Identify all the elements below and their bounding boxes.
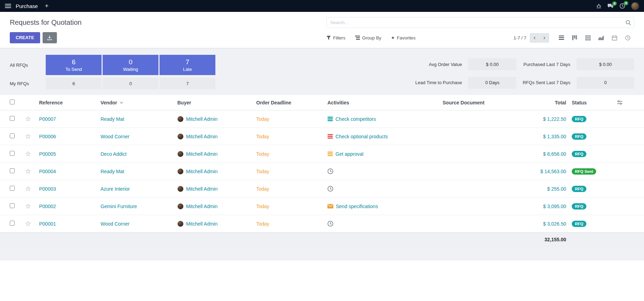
create-button[interactable]: CREATE — [10, 32, 40, 43]
favorite-star-icon[interactable]: ☆ — [25, 185, 31, 192]
reference-link[interactable]: P00003 — [39, 186, 56, 192]
activity-cell[interactable]: Get approval — [327, 151, 437, 157]
control-panel: Requests for Quotation CREATE Filters — [0, 12, 644, 48]
schedule-activity-clock-icon — [327, 168, 333, 174]
activity-cell[interactable]: Check competitors — [327, 116, 437, 122]
filters-button[interactable]: Filters — [326, 35, 345, 41]
header-vendor[interactable]: Vendor — [98, 95, 175, 110]
favorites-button[interactable]: ★ Favorites — [391, 35, 415, 41]
header-total[interactable]: Total — [506, 95, 569, 110]
calendar-view-icon[interactable] — [608, 32, 621, 43]
stat-value: 0 Days — [468, 77, 516, 89]
graph-view-icon[interactable] — [594, 32, 608, 43]
my-kpi-waiting[interactable]: 0 — [103, 78, 158, 89]
pager-previous-button[interactable]: ‹ — [530, 33, 539, 43]
search-input[interactable] — [326, 17, 634, 28]
messages-icon[interactable]: 5 — [607, 3, 614, 9]
activity-cell[interactable]: Send specifications — [327, 204, 437, 209]
row-checkbox[interactable] — [10, 221, 15, 226]
activity-cell[interactable] — [327, 221, 437, 227]
header-reference[interactable]: Reference — [36, 95, 98, 110]
user-avatar[interactable] — [631, 2, 639, 10]
export-button[interactable] — [43, 32, 57, 43]
header-source-document[interactable]: Source Document — [440, 95, 506, 110]
table-row[interactable]: ☆ P00007 Ready Mat Mitchell Admin Today … — [0, 110, 644, 128]
buyer-link[interactable]: Mitchell Admin — [186, 204, 217, 209]
favorite-star-icon[interactable]: ☆ — [25, 168, 31, 175]
activity-view-icon[interactable] — [621, 32, 634, 43]
debug-bug-icon[interactable] — [596, 3, 601, 9]
favorites-star-icon: ★ — [391, 35, 395, 40]
all-rfqs-label: All RFQs — [10, 63, 45, 68]
vendor-link[interactable]: Ready Mat — [101, 169, 124, 174]
table-row[interactable]: ☆ P00004 Ready Mat Mitchell Admin Today … — [0, 163, 644, 180]
row-checkbox[interactable] — [10, 116, 15, 121]
kpi-waiting[interactable]: 0 Waiting — [103, 55, 158, 75]
header-status[interactable]: Status — [569, 95, 614, 110]
my-kpi-late[interactable]: 7 — [160, 78, 215, 89]
pager-next-button[interactable]: › — [540, 33, 549, 43]
vendor-link[interactable]: Gemini Furniture — [101, 204, 137, 209]
buyer-link[interactable]: Mitchell Admin — [186, 186, 217, 192]
row-checkbox[interactable] — [10, 168, 15, 173]
row-checkbox[interactable] — [10, 133, 15, 138]
kpi-to-send[interactable]: 6 To Send — [46, 55, 102, 75]
vendor-link[interactable]: Wood Corner — [101, 221, 129, 227]
table-row[interactable]: ☆ P00001 Wood Corner Mitchell Admin Toda… — [0, 215, 644, 233]
table-row[interactable]: ☆ P00006 Wood Corner Mitchell Admin Toda… — [0, 128, 644, 145]
kpi-late[interactable]: 7 Late — [160, 55, 215, 75]
favorite-star-icon[interactable]: ☆ — [25, 115, 31, 123]
favorite-star-icon[interactable]: ☆ — [25, 150, 31, 157]
buyer-link[interactable]: Mitchell Admin — [186, 134, 217, 139]
buyer-link[interactable]: Mitchell Admin — [186, 116, 217, 122]
pivot-view-icon[interactable] — [581, 32, 594, 43]
stat-label: Avg Order Value — [415, 62, 462, 67]
kpi-count: 0 — [129, 58, 133, 66]
reference-link[interactable]: P00005 — [39, 151, 56, 157]
reference-link[interactable]: P00006 — [39, 134, 56, 139]
header-activities[interactable]: Activities — [325, 95, 440, 110]
activities-clock-icon[interactable]: 0 — [620, 3, 625, 9]
app-name[interactable]: Purchase — [16, 3, 38, 9]
vendor-link[interactable]: Wood Corner — [101, 134, 129, 139]
table-row[interactable]: ☆ P00005 Deco Addict Mitchell Admin Toda… — [0, 145, 644, 163]
list-view-icon[interactable] — [555, 32, 568, 43]
favorite-star-icon[interactable]: ☆ — [25, 220, 31, 227]
favorite-star-icon[interactable]: ☆ — [25, 203, 31, 210]
kanban-view-icon[interactable] — [568, 32, 581, 43]
activity-cell[interactable]: Check optional products — [327, 134, 437, 139]
select-all-checkbox[interactable] — [10, 100, 15, 104]
table-row[interactable]: ☆ P00002 Gemini Furniture Mitchell Admin… — [0, 198, 644, 215]
reference-link[interactable]: P00001 — [39, 221, 56, 227]
header-buyer[interactable]: Buyer — [175, 95, 253, 110]
table-footer-row: 32,155.00 — [0, 233, 644, 247]
reference-link[interactable]: P00004 — [39, 169, 56, 174]
my-kpi-to-send[interactable]: 6 — [46, 78, 102, 89]
optional-columns-icon[interactable] — [614, 95, 644, 110]
activity-cell[interactable] — [327, 168, 437, 174]
buyer-link[interactable]: Mitchell Admin — [186, 151, 217, 157]
vendor-link[interactable]: Deco Addict — [101, 151, 127, 157]
reference-link[interactable]: P00002 — [39, 204, 56, 209]
buyer-link[interactable]: Mitchell Admin — [186, 221, 217, 227]
vendor-link[interactable]: Azure Interior — [101, 186, 130, 192]
header-order-deadline[interactable]: Order Deadline — [253, 95, 325, 110]
vendor-link[interactable]: Ready Mat — [101, 116, 124, 122]
status-badge: RFQ — [572, 221, 586, 227]
total-amount: $ 255.00 — [547, 186, 567, 192]
content-area: All RFQs 6 To Send 0 Waiting 7 Late My R… — [0, 48, 644, 260]
group-by-button[interactable]: Group By — [355, 35, 381, 41]
pager-range: 1-7 / 7 — [513, 35, 526, 41]
favorite-star-icon[interactable]: ☆ — [25, 133, 31, 140]
sort-chevron-down-icon — [120, 102, 123, 104]
new-tab-plus-icon[interactable]: + — [45, 3, 49, 9]
row-checkbox[interactable] — [10, 186, 15, 191]
row-checkbox[interactable] — [10, 151, 15, 156]
reference-link[interactable]: P00007 — [39, 116, 56, 122]
table-row[interactable]: ☆ P00003 Azure Interior Mitchell Admin T… — [0, 180, 644, 198]
row-checkbox[interactable] — [10, 203, 15, 208]
apps-menu-icon[interactable] — [5, 4, 11, 8]
buyer-link[interactable]: Mitchell Admin — [186, 169, 217, 174]
search-icon[interactable] — [626, 20, 631, 25]
activity-cell[interactable] — [327, 186, 437, 192]
